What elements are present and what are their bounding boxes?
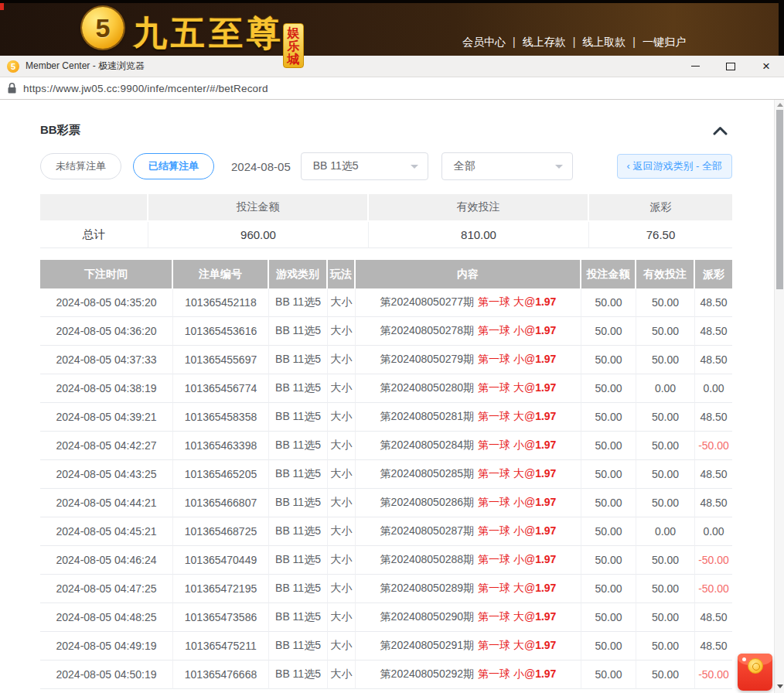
- payout-cell: 48.50: [695, 460, 732, 489]
- tab-unsettled-bets[interactable]: 未结算注单: [40, 153, 121, 179]
- bet-record-page: BB彩票 未结算注单 已结算注单 2024-08-05 BB 11选5 全部: [0, 123, 784, 693]
- play-type-cell: 大小: [328, 517, 356, 546]
- bet-amount-cell: 50.00: [581, 460, 636, 489]
- bet-pick: 第一球 小@: [478, 324, 535, 336]
- playtype-select[interactable]: 全部: [441, 152, 573, 180]
- bet-pick: 第一球 大@: [478, 610, 535, 623]
- game-category-cell: BB 11选5: [269, 661, 328, 689]
- scroll-down-icon[interactable]: [777, 684, 783, 688]
- bet-odds: 1.97: [535, 553, 556, 565]
- play-type-cell: 大小: [328, 317, 356, 346]
- play-type-cell: 大小: [328, 288, 356, 317]
- close-button[interactable]: ×: [748, 56, 784, 77]
- bet-pick: 第一球 小@: [478, 667, 535, 680]
- game-category-cell: BB 11选5: [269, 460, 328, 489]
- payout-cell: 48.50: [695, 403, 732, 432]
- content-cell: 第202408050277期第一球 大@1.97: [356, 288, 581, 317]
- valid-bet-cell: 50.00: [636, 603, 695, 632]
- bet-pick: 第一球 大@: [478, 295, 535, 308]
- bet-amount-cell: 50.00: [581, 317, 636, 346]
- nav-separator: |: [573, 36, 576, 48]
- collapse-button[interactable]: [713, 125, 728, 138]
- valid-bet-cell: 0.00: [636, 374, 695, 403]
- bet-amount-cell: 50.00: [581, 288, 636, 317]
- bet-amount-cell: 50.00: [581, 575, 636, 603]
- play-type-cell: 大小: [328, 460, 356, 489]
- panel-title: BB彩票: [40, 123, 80, 136]
- payout-cell: 48.50: [695, 346, 732, 374]
- bet-id-cell: 101365465205: [173, 460, 269, 489]
- valid-bet-cell: 50.00: [636, 489, 695, 517]
- summary-table: 投注金额 有效投注 派彩 总计 960.00 810.00 76.50: [40, 194, 732, 248]
- summary-bet-amount: 960.00: [148, 222, 369, 248]
- game-category-cell: BB 11选5: [269, 546, 328, 575]
- scrollbar-thumb[interactable]: [776, 110, 783, 289]
- scroll-up-icon[interactable]: [777, 103, 783, 107]
- payout-cell: 48.50: [695, 317, 732, 346]
- bet-odds: 1.97: [535, 610, 556, 623]
- bet-period: 第202408050284期: [380, 439, 474, 451]
- payout-cell: 48.50: [695, 489, 732, 517]
- bet-amount-cell: 50.00: [581, 374, 636, 403]
- game-category-cell: BB 11选5: [269, 288, 328, 317]
- site-logo-title: 九五至尊: [133, 11, 285, 56]
- table-row: 2024-08-05 04:49:19 101365475211 BB 11选5…: [40, 632, 732, 661]
- table-row: 2024-08-05 04:35:20 101365452118 BB 11选5…: [40, 288, 732, 317]
- nav-separator: |: [513, 36, 516, 48]
- col-payout: 派彩: [695, 260, 732, 288]
- col-play-type: 玩法: [328, 260, 356, 288]
- game-category-cell: BB 11选5: [269, 603, 328, 632]
- table-row: 2024-08-05 04:42:27 101365463398 BB 11选5…: [40, 432, 732, 460]
- valid-bet-cell: 50.00: [636, 317, 695, 346]
- bet-period: 第202408050288期: [380, 553, 474, 565]
- panel-header: BB彩票: [40, 123, 732, 138]
- bet-amount-cell: 50.00: [581, 517, 636, 546]
- bet-period: 第202408050287期: [380, 524, 474, 537]
- nav-online-withdraw[interactable]: 线上取款: [582, 36, 625, 48]
- play-type-cell: 大小: [328, 632, 356, 661]
- bet-odds: 1.97: [535, 410, 556, 422]
- browser-urlbar: https://www.jw05.cc:9900/infe/mcenter/#/…: [0, 77, 784, 100]
- red-envelope-icon[interactable]: [738, 654, 772, 691]
- summary-header-empty: [40, 194, 148, 222]
- bet-id-cell: 101365463398: [173, 432, 269, 460]
- bet-pick: 第一球 小@: [478, 553, 535, 565]
- game-category-cell: BB 11选5: [269, 575, 328, 603]
- content-cell: 第202408050280期第一球 大@1.97: [356, 374, 581, 403]
- bet-pick: 第一球 大@: [478, 639, 535, 651]
- logo-5-icon: 5: [82, 7, 124, 49]
- bet-odds: 1.97: [535, 667, 556, 680]
- content-cell: 第202408050284期第一球 小@1.97: [356, 432, 581, 460]
- bet-time-cell: 2024-08-05 04:36:20: [40, 317, 173, 346]
- play-type-cell: 大小: [328, 346, 356, 374]
- valid-bet-cell: 50.00: [636, 546, 695, 575]
- bet-id-cell: 101365473586: [173, 603, 269, 632]
- bet-pick: 第一球 大@: [478, 381, 535, 394]
- valid-bet-cell: 50.00: [636, 632, 695, 661]
- game-category-cell: BB 11选5: [269, 374, 328, 403]
- bet-time-cell: 2024-08-05 04:42:27: [40, 432, 173, 460]
- nav-member-center[interactable]: 会员中心: [462, 36, 506, 48]
- bet-id-cell: 101365455697: [173, 346, 269, 374]
- bet-amount-cell: 50.00: [581, 603, 636, 632]
- close-icon: ×: [762, 60, 770, 73]
- date-picker-value[interactable]: 2024-08-05: [231, 160, 291, 173]
- scrollbar[interactable]: [774, 100, 784, 693]
- nav-online-deposit[interactable]: 线上存款: [523, 36, 566, 48]
- minimize-button[interactable]: [677, 56, 713, 77]
- nav-one-key-transfer[interactable]: 一键归户: [643, 36, 686, 48]
- table-row: 2024-08-05 04:50:19 101365476668 BB 11选5…: [40, 661, 732, 689]
- game-category-cell: BB 11选5: [269, 517, 328, 546]
- maximize-button[interactable]: [713, 56, 748, 77]
- bet-id-cell: 101365468725: [173, 517, 269, 546]
- table-row: 2024-08-05 04:45:21 101365468725 BB 11选5…: [40, 517, 732, 546]
- window-title: Member Center - 极速浏览器: [26, 60, 145, 73]
- back-to-game-category-button[interactable]: ‹ 返回游戏类别 - 全部: [617, 154, 733, 179]
- game-select[interactable]: BB 11选5: [301, 152, 428, 180]
- valid-bet-cell: 50.00: [636, 661, 695, 689]
- tab-settled-bets[interactable]: 已结算注单: [133, 153, 214, 179]
- content-cell: 第202408050291期第一球 大@1.97: [356, 632, 581, 661]
- url-input[interactable]: https://www.jw05.cc:9900/infe/mcenter/#/…: [23, 83, 268, 94]
- bet-period: 第202408050289期: [380, 582, 474, 594]
- content-cell: 第202408050290期第一球 大@1.97: [356, 603, 581, 632]
